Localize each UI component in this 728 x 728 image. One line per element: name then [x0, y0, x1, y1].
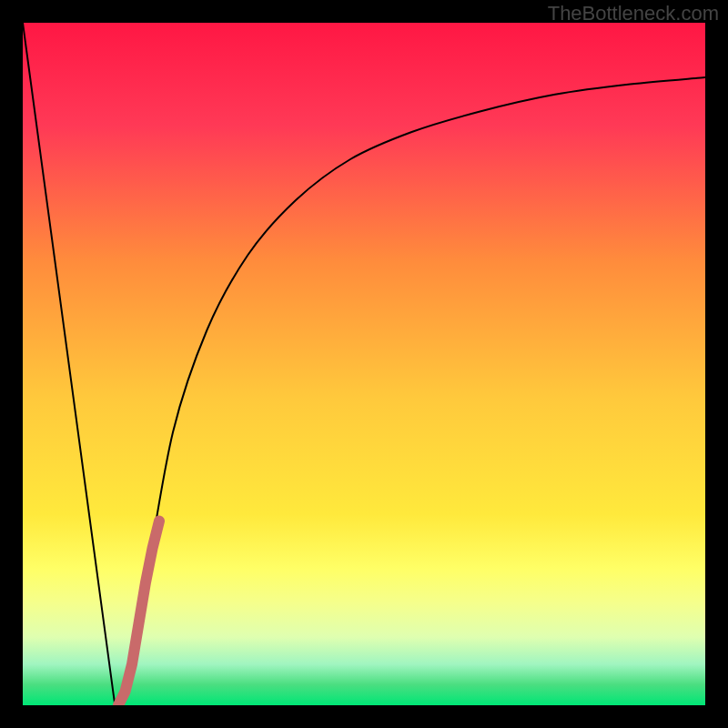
main-curve	[23, 23, 705, 705]
watermark-text: TheBottleneck.com	[548, 2, 719, 25]
chart-container: TheBottleneck.com	[0, 0, 728, 728]
plot-area	[23, 23, 705, 705]
curve-overlay	[23, 23, 705, 705]
highlight-segment	[118, 521, 159, 706]
